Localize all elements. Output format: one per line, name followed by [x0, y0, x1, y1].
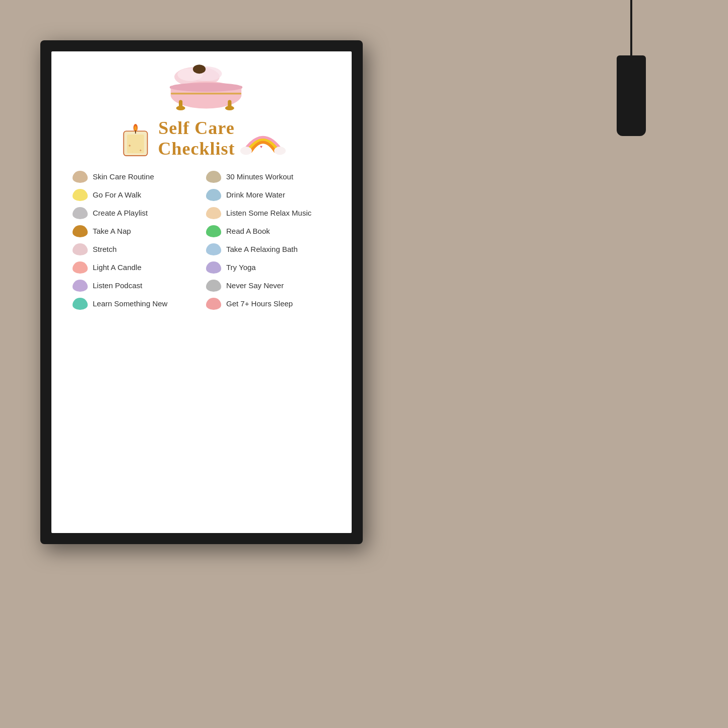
- svg-rect-4: [195, 68, 197, 71]
- item-label: Get 7+ Hours Sleep: [226, 299, 293, 308]
- list-item: Never Say Never: [204, 277, 333, 295]
- item-label: Read A Book: [226, 227, 270, 235]
- svg-text:♥: ♥: [260, 145, 262, 149]
- item-label: Never Say Never: [226, 281, 284, 290]
- item-label: Try Yoga: [226, 263, 256, 272]
- svg-point-15: [225, 106, 234, 110]
- item-label: Light A Candle: [93, 263, 142, 272]
- bathtub-illustration: [156, 60, 247, 116]
- checkbox-blob: [73, 171, 88, 183]
- svg-rect-5: [198, 67, 200, 71]
- item-label: Listen Some Relax Music: [226, 209, 311, 217]
- list-item: Read A Book: [204, 222, 333, 240]
- list-item: Take A Relaxing Bath: [204, 240, 333, 258]
- picture-frame: ✦ ✦ · Self Care Checklist ♥: [40, 40, 363, 544]
- pendant-cord: [630, 0, 632, 60]
- svg-rect-11: [171, 93, 241, 95]
- checkbox-blob: [73, 243, 88, 255]
- list-item: Skin Care Routine: [71, 168, 199, 186]
- checklist: Skin Care Routine Go For A Walk Create A…: [67, 168, 337, 313]
- title-text: Self Care Checklist: [158, 118, 235, 160]
- checkbox-blob: [73, 189, 88, 201]
- list-item: Go For A Walk: [71, 186, 199, 204]
- svg-text:✦: ✦: [139, 149, 142, 152]
- item-label: Skin Care Routine: [93, 172, 154, 181]
- checkbox-blob: [73, 207, 88, 219]
- item-label: Go For A Walk: [93, 190, 141, 199]
- list-item: Take A Nap: [71, 222, 199, 240]
- list-item: Light A Candle: [71, 258, 199, 277]
- list-item: Create A Playlist: [71, 204, 199, 222]
- svg-point-25: [240, 147, 252, 155]
- list-item: Learn Something New: [71, 295, 199, 313]
- svg-point-14: [176, 106, 185, 110]
- svg-rect-6: [202, 67, 203, 71]
- list-item: Listen Podcast: [71, 277, 199, 295]
- list-item: Drink More Water: [204, 186, 333, 204]
- checkbox-blob: [73, 280, 88, 292]
- item-label: Stretch: [93, 245, 117, 253]
- checkbox-blob: [206, 189, 221, 201]
- checkbox-blob: [206, 280, 221, 292]
- list-item: Stretch: [71, 240, 199, 258]
- checkbox-blob: [206, 225, 221, 237]
- svg-rect-20: [135, 130, 136, 134]
- checklist-right-column: 30 Minutes Workout Drink More Water List…: [204, 168, 333, 313]
- checkbox-blob: [206, 171, 221, 183]
- checkbox-blob: [206, 261, 221, 274]
- frame-content: ✦ ✦ · Self Care Checklist ♥: [51, 51, 352, 533]
- item-label: Listen Podcast: [93, 281, 142, 290]
- list-item: Try Yoga: [204, 258, 333, 277]
- title-section: ✦ ✦ · Self Care Checklist ♥: [67, 118, 337, 160]
- candle-icon: ✦ ✦ ·: [118, 118, 153, 159]
- checkbox-blob: [206, 243, 221, 255]
- item-label: Take A Relaxing Bath: [226, 245, 298, 253]
- list-item: Listen Some Relax Music: [204, 204, 333, 222]
- checkbox-blob: [73, 261, 88, 274]
- list-item: 30 Minutes Workout: [204, 168, 333, 186]
- item-label: 30 Minutes Workout: [226, 172, 293, 181]
- checkbox-blob: [206, 298, 221, 310]
- checkbox-blob: [73, 298, 88, 310]
- pendant-light: [617, 55, 646, 136]
- svg-rect-10: [170, 86, 242, 89]
- list-item: Get 7+ Hours Sleep: [204, 295, 333, 313]
- checkbox-blob: [206, 207, 221, 219]
- rainbow-icon: ♥: [240, 120, 286, 158]
- svg-point-26: [274, 147, 286, 155]
- svg-text:✦: ✦: [127, 144, 131, 149]
- item-label: Drink More Water: [226, 190, 285, 199]
- item-label: Take A Nap: [93, 227, 131, 235]
- checklist-left-column: Skin Care Routine Go For A Walk Create A…: [71, 168, 199, 313]
- item-label: Create A Playlist: [93, 209, 148, 217]
- checkbox-blob: [73, 225, 88, 237]
- item-label: Learn Something New: [93, 299, 167, 308]
